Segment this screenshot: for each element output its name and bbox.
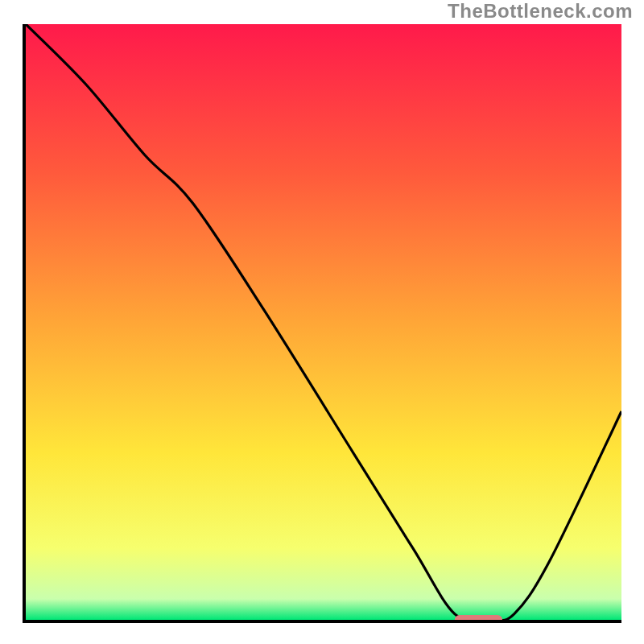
gradient-background [26, 24, 621, 620]
watermark-text: TheBottleneck.com [448, 0, 633, 23]
plot-svg [26, 24, 621, 620]
chart-container: TheBottleneck.com [0, 0, 644, 644]
optimal-marker [455, 615, 502, 620]
